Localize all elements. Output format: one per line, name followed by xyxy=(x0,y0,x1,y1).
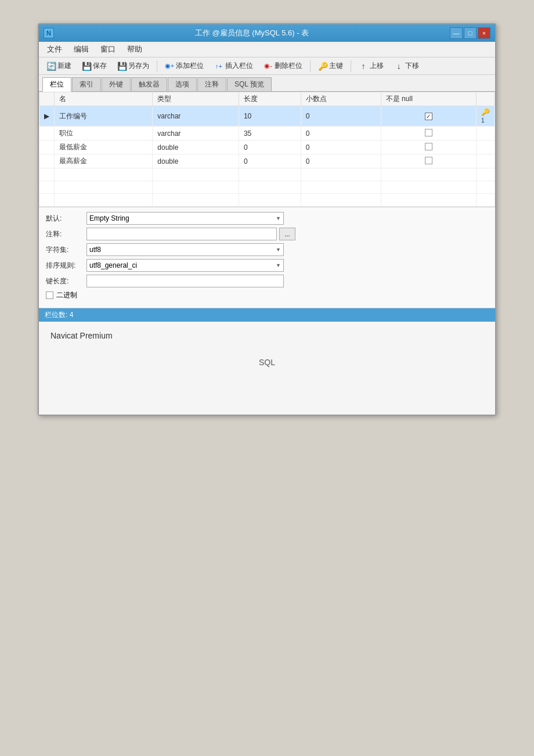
field-not-null[interactable] xyxy=(381,127,476,141)
tab-fields[interactable]: 栏位 xyxy=(42,77,71,92)
tab-foreign-key[interactable]: 外键 xyxy=(102,77,131,91)
table-row[interactable]: ▶ 工作编号 varchar 10 0 ✓ 🔑1 xyxy=(39,106,495,127)
sql-label: SQL xyxy=(50,358,484,367)
main-window: N 工作 @雇员信息 (MySQL 5.6) - 表 — □ × 文件 编辑 窗… xyxy=(38,23,496,416)
binary-label: 二进制 xyxy=(56,290,77,300)
field-decimal[interactable]: 0 xyxy=(301,127,381,141)
keylength-input[interactable] xyxy=(86,275,284,287)
col-key xyxy=(477,92,495,106)
bottom-panel: Navicat Premium SQL xyxy=(39,322,495,415)
menu-file[interactable]: 文件 xyxy=(41,43,68,56)
fields-table-area: 名 类型 长度 小数点 不是 null ▶ 工作编号 varchar 10 0 … xyxy=(39,92,495,207)
keylength-row: 键长度: xyxy=(46,275,488,287)
new-button[interactable]: 🔄 新建 xyxy=(42,59,75,73)
chevron-down-icon: ▼ xyxy=(276,247,281,253)
menu-window[interactable]: 窗口 xyxy=(95,43,121,56)
maximize-button[interactable]: □ xyxy=(464,27,477,39)
charset-select[interactable]: utf8 ▼ xyxy=(86,243,284,256)
row-arrow xyxy=(39,141,55,154)
tab-bar: 栏位 索引 外键 触发器 选项 注释 SQL 预览 xyxy=(39,75,495,92)
field-name[interactable]: 最高薪金 xyxy=(55,154,153,168)
collation-label: 排序规则: xyxy=(46,261,86,271)
field-decimal[interactable]: 0 xyxy=(301,106,381,127)
field-length[interactable]: 0 xyxy=(239,141,301,154)
field-decimal[interactable]: 0 xyxy=(301,154,381,168)
field-type[interactable]: double xyxy=(153,141,239,154)
col-not-null: 不是 null xyxy=(381,92,476,106)
app-icon: N xyxy=(44,28,54,38)
app-name: Navicat Premium xyxy=(50,331,484,340)
row-arrow xyxy=(39,127,55,141)
new-icon: 🔄 xyxy=(46,62,56,71)
field-not-null[interactable]: ✓ xyxy=(381,106,476,127)
move-down-button[interactable]: ↓ 下移 xyxy=(390,59,423,73)
comment-input[interactable] xyxy=(86,228,277,240)
row-arrow xyxy=(39,154,55,168)
field-name[interactable]: 最低薪金 xyxy=(55,141,153,154)
field-length[interactable]: 0 xyxy=(239,154,301,168)
default-select[interactable]: Empty String ▼ xyxy=(86,212,284,225)
col-arrow xyxy=(39,92,55,106)
field-key: 🔑1 xyxy=(477,106,495,127)
collation-value: utf8_general_ci xyxy=(89,261,137,269)
charset-value: utf8 xyxy=(89,246,101,254)
collation-row: 排序规则: utf8_general_ci ▼ xyxy=(46,259,488,272)
separator-2 xyxy=(310,60,311,72)
insert-field-button[interactable]: ↑+ 插入栏位 xyxy=(210,59,257,73)
field-decimal[interactable]: 0 xyxy=(301,141,381,154)
status-bar: 栏位数: 4 xyxy=(39,308,495,322)
comment-row: 注释: ... xyxy=(46,228,488,240)
table-row[interactable]: 最低薪金 double 0 0 xyxy=(39,141,495,154)
unchecked-icon xyxy=(425,157,432,164)
tab-trigger[interactable]: 触发器 xyxy=(131,77,167,91)
collation-select[interactable]: utf8_general_ci ▼ xyxy=(86,259,284,272)
table-row[interactable]: 职位 varchar 35 0 xyxy=(39,127,495,141)
charset-label: 字符集: xyxy=(46,245,86,255)
charset-row: 字符集: utf8 ▼ xyxy=(46,243,488,256)
primary-key-button[interactable]: 🔑 主键 xyxy=(314,59,347,73)
add-field-button[interactable]: ◉+ 添加栏位 xyxy=(161,59,208,73)
tab-options[interactable]: 选项 xyxy=(168,77,197,91)
window-controls: — □ × xyxy=(450,27,490,39)
menu-help[interactable]: 帮助 xyxy=(121,43,148,56)
status-text: 栏位数: 4 xyxy=(45,311,73,319)
move-up-button[interactable]: ↑ 上移 xyxy=(355,59,388,73)
tab-sql-preview[interactable]: SQL 预览 xyxy=(227,77,272,91)
field-key xyxy=(477,127,495,141)
save-as-icon: 💾 xyxy=(117,62,127,71)
unchecked-icon xyxy=(425,143,432,150)
delete-field-icon: ◉- xyxy=(264,62,273,71)
save-button[interactable]: 💾 保存 xyxy=(78,59,111,73)
table-row[interactable]: 最高薪金 double 0 0 xyxy=(39,154,495,168)
table-row-empty xyxy=(39,168,495,181)
default-value: Empty String xyxy=(89,214,129,222)
save-icon: 💾 xyxy=(82,62,91,71)
save-as-button[interactable]: 💾 另存为 xyxy=(113,59,153,73)
tab-index[interactable]: 索引 xyxy=(72,77,101,91)
ellipsis-button[interactable]: ... xyxy=(279,228,295,240)
field-type[interactable]: double xyxy=(153,154,239,168)
close-button[interactable]: × xyxy=(478,27,490,39)
binary-checkbox[interactable] xyxy=(46,291,53,299)
field-not-null[interactable] xyxy=(381,154,476,168)
field-type[interactable]: varchar xyxy=(153,127,239,141)
field-name[interactable]: 职位 xyxy=(55,127,153,141)
default-label: 默认: xyxy=(46,214,86,224)
properties-panel: 默认: Empty String ▼ 注释: ... 字符集: utf8 ▼ 排… xyxy=(39,207,495,308)
delete-field-button[interactable]: ◉- 删除栏位 xyxy=(259,59,306,73)
menu-edit[interactable]: 编辑 xyxy=(68,43,95,56)
table-row-empty xyxy=(39,194,495,207)
add-field-icon: ◉+ xyxy=(165,62,174,71)
menu-bar: 文件 编辑 窗口 帮助 xyxy=(39,42,495,57)
move-up-icon: ↑ xyxy=(359,62,368,71)
field-not-null[interactable] xyxy=(381,141,476,154)
field-length[interactable]: 35 xyxy=(239,127,301,141)
comment-label: 注释: xyxy=(46,229,86,239)
field-type[interactable]: varchar xyxy=(153,106,239,127)
tab-comment[interactable]: 注释 xyxy=(197,77,226,91)
field-name[interactable]: 工作编号 xyxy=(55,106,153,127)
field-length[interactable]: 10 xyxy=(239,106,301,127)
checked-icon: ✓ xyxy=(425,113,432,120)
minimize-button[interactable]: — xyxy=(450,27,463,39)
col-length: 长度 xyxy=(239,92,301,106)
